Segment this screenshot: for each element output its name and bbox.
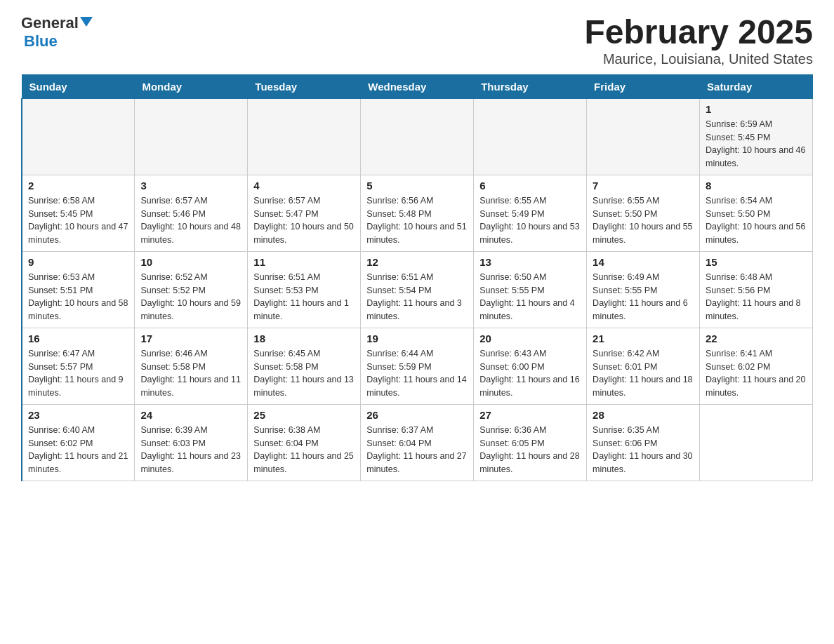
calendar-cell: 5Sunrise: 6:56 AMSunset: 5:48 PMDaylight… bbox=[361, 175, 474, 251]
day-number: 11 bbox=[253, 256, 355, 268]
days-of-week-row: Sunday Monday Tuesday Wednesday Thursday… bbox=[22, 74, 813, 98]
calendar-cell: 11Sunrise: 6:51 AMSunset: 5:53 PMDayligh… bbox=[248, 251, 361, 328]
calendar-cell: 7Sunrise: 6:55 AMSunset: 5:50 PMDaylight… bbox=[587, 175, 700, 251]
calendar-cell: 9Sunrise: 6:53 AMSunset: 5:51 PMDaylight… bbox=[22, 251, 135, 328]
day-number: 14 bbox=[593, 256, 694, 268]
day-number: 23 bbox=[28, 409, 128, 421]
calendar-cell: 17Sunrise: 6:46 AMSunset: 5:58 PMDayligh… bbox=[135, 328, 248, 404]
day-number: 27 bbox=[479, 409, 581, 421]
col-tuesday: Tuesday bbox=[248, 74, 361, 98]
calendar-cell: 13Sunrise: 6:50 AMSunset: 5:55 PMDayligh… bbox=[474, 251, 587, 328]
calendar-cell: 28Sunrise: 6:35 AMSunset: 6:06 PMDayligh… bbox=[587, 404, 700, 481]
calendar-cell: 6Sunrise: 6:55 AMSunset: 5:49 PMDaylight… bbox=[474, 175, 587, 251]
day-number: 24 bbox=[140, 409, 241, 421]
calendar-cell: 4Sunrise: 6:57 AMSunset: 5:47 PMDaylight… bbox=[248, 175, 361, 251]
logo-triangle-icon bbox=[80, 17, 93, 29]
calendar-header: Sunday Monday Tuesday Wednesday Thursday… bbox=[22, 74, 813, 98]
day-number: 3 bbox=[140, 180, 241, 192]
calendar-cell: 12Sunrise: 6:51 AMSunset: 5:54 PMDayligh… bbox=[361, 251, 474, 328]
day-number: 22 bbox=[706, 333, 807, 344]
calendar-cell: 27Sunrise: 6:36 AMSunset: 6:05 PMDayligh… bbox=[474, 404, 587, 481]
calendar-week-row: 1Sunrise: 6:59 AMSunset: 5:45 PMDaylight… bbox=[22, 98, 813, 175]
day-detail: Sunrise: 6:36 AMSunset: 6:05 PMDaylight:… bbox=[479, 424, 581, 476]
day-detail: Sunrise: 6:51 AMSunset: 5:53 PMDaylight:… bbox=[253, 271, 355, 323]
col-saturday: Saturday bbox=[700, 74, 813, 98]
day-detail: Sunrise: 6:52 AMSunset: 5:52 PMDaylight:… bbox=[140, 271, 241, 323]
calendar-cell bbox=[587, 98, 700, 175]
day-number: 17 bbox=[140, 333, 241, 344]
day-number: 4 bbox=[253, 180, 355, 192]
svg-marker-0 bbox=[80, 17, 93, 27]
day-number: 5 bbox=[366, 180, 468, 192]
calendar-cell: 8Sunrise: 6:54 AMSunset: 5:50 PMDaylight… bbox=[700, 175, 813, 251]
calendar-cell: 20Sunrise: 6:43 AMSunset: 6:00 PMDayligh… bbox=[474, 328, 587, 404]
day-number: 28 bbox=[593, 409, 694, 421]
day-detail: Sunrise: 6:55 AMSunset: 5:50 PMDaylight:… bbox=[593, 194, 694, 247]
calendar-cell: 15Sunrise: 6:48 AMSunset: 5:56 PMDayligh… bbox=[700, 251, 813, 328]
day-detail: Sunrise: 6:42 AMSunset: 6:01 PMDaylight:… bbox=[593, 347, 694, 400]
day-number: 6 bbox=[479, 180, 581, 192]
calendar-cell bbox=[248, 98, 361, 175]
calendar-cell: 3Sunrise: 6:57 AMSunset: 5:46 PMDaylight… bbox=[135, 175, 248, 251]
page-title: February 2025 bbox=[584, 14, 813, 51]
day-number: 2 bbox=[28, 180, 128, 192]
col-friday: Friday bbox=[587, 74, 700, 98]
day-number: 25 bbox=[253, 409, 355, 421]
day-detail: Sunrise: 6:47 AMSunset: 5:57 PMDaylight:… bbox=[28, 347, 128, 400]
calendar-week-row: 16Sunrise: 6:47 AMSunset: 5:57 PMDayligh… bbox=[22, 328, 813, 404]
title-block: February 2025 Maurice, Louisiana, United… bbox=[584, 14, 813, 67]
day-number: 20 bbox=[479, 333, 581, 344]
day-number: 9 bbox=[28, 256, 128, 268]
calendar-cell: 14Sunrise: 6:49 AMSunset: 5:55 PMDayligh… bbox=[587, 251, 700, 328]
logo-general-text: General bbox=[21, 14, 79, 32]
logo: General Blue bbox=[21, 14, 93, 51]
day-detail: Sunrise: 6:46 AMSunset: 5:58 PMDaylight:… bbox=[140, 347, 241, 400]
day-number: 12 bbox=[366, 256, 468, 268]
calendar-cell: 23Sunrise: 6:40 AMSunset: 6:02 PMDayligh… bbox=[22, 404, 135, 481]
day-number: 1 bbox=[706, 103, 807, 115]
day-number: 10 bbox=[140, 256, 241, 268]
day-detail: Sunrise: 6:44 AMSunset: 5:59 PMDaylight:… bbox=[366, 347, 468, 400]
day-detail: Sunrise: 6:57 AMSunset: 5:47 PMDaylight:… bbox=[253, 194, 355, 247]
day-detail: Sunrise: 6:54 AMSunset: 5:50 PMDaylight:… bbox=[706, 194, 807, 247]
calendar-cell: 24Sunrise: 6:39 AMSunset: 6:03 PMDayligh… bbox=[135, 404, 248, 481]
day-number: 7 bbox=[593, 180, 694, 192]
day-detail: Sunrise: 6:59 AMSunset: 5:45 PMDaylight:… bbox=[706, 118, 807, 170]
page-header: General Blue February 2025 Maurice, Loui… bbox=[21, 14, 813, 67]
calendar-cell: 21Sunrise: 6:42 AMSunset: 6:01 PMDayligh… bbox=[587, 328, 700, 404]
day-detail: Sunrise: 6:50 AMSunset: 5:55 PMDaylight:… bbox=[479, 271, 581, 323]
calendar-cell bbox=[700, 404, 813, 481]
day-detail: Sunrise: 6:39 AMSunset: 6:03 PMDaylight:… bbox=[140, 424, 241, 476]
page-subtitle: Maurice, Louisiana, United States bbox=[584, 51, 813, 67]
day-detail: Sunrise: 6:45 AMSunset: 5:58 PMDaylight:… bbox=[253, 347, 355, 400]
day-number: 21 bbox=[593, 333, 694, 344]
day-detail: Sunrise: 6:41 AMSunset: 6:02 PMDaylight:… bbox=[706, 347, 807, 400]
day-number: 18 bbox=[253, 333, 355, 344]
day-number: 13 bbox=[479, 256, 581, 268]
calendar-cell bbox=[474, 98, 587, 175]
day-detail: Sunrise: 6:58 AMSunset: 5:45 PMDaylight:… bbox=[28, 194, 128, 247]
calendar-week-row: 9Sunrise: 6:53 AMSunset: 5:51 PMDaylight… bbox=[22, 251, 813, 328]
day-detail: Sunrise: 6:56 AMSunset: 5:48 PMDaylight:… bbox=[366, 194, 468, 247]
day-detail: Sunrise: 6:48 AMSunset: 5:56 PMDaylight:… bbox=[706, 271, 807, 323]
day-detail: Sunrise: 6:57 AMSunset: 5:46 PMDaylight:… bbox=[140, 194, 241, 247]
calendar-week-row: 23Sunrise: 6:40 AMSunset: 6:02 PMDayligh… bbox=[22, 404, 813, 481]
day-detail: Sunrise: 6:51 AMSunset: 5:54 PMDaylight:… bbox=[366, 271, 468, 323]
calendar-cell: 22Sunrise: 6:41 AMSunset: 6:02 PMDayligh… bbox=[700, 328, 813, 404]
calendar-cell: 19Sunrise: 6:44 AMSunset: 5:59 PMDayligh… bbox=[361, 328, 474, 404]
calendar-cell: 2Sunrise: 6:58 AMSunset: 5:45 PMDaylight… bbox=[22, 175, 135, 251]
calendar-cell: 26Sunrise: 6:37 AMSunset: 6:04 PMDayligh… bbox=[361, 404, 474, 481]
calendar-cell bbox=[361, 98, 474, 175]
day-number: 16 bbox=[28, 333, 128, 344]
calendar-table: Sunday Monday Tuesday Wednesday Thursday… bbox=[21, 74, 813, 481]
calendar-cell: 16Sunrise: 6:47 AMSunset: 5:57 PMDayligh… bbox=[22, 328, 135, 404]
calendar-cell: 18Sunrise: 6:45 AMSunset: 5:58 PMDayligh… bbox=[248, 328, 361, 404]
col-sunday: Sunday bbox=[22, 74, 135, 98]
calendar-body: 1Sunrise: 6:59 AMSunset: 5:45 PMDaylight… bbox=[22, 98, 813, 481]
col-wednesday: Wednesday bbox=[361, 74, 474, 98]
day-number: 19 bbox=[366, 333, 468, 344]
col-monday: Monday bbox=[135, 74, 248, 98]
calendar-cell bbox=[135, 98, 248, 175]
day-detail: Sunrise: 6:37 AMSunset: 6:04 PMDaylight:… bbox=[366, 424, 468, 476]
day-detail: Sunrise: 6:53 AMSunset: 5:51 PMDaylight:… bbox=[28, 271, 128, 323]
